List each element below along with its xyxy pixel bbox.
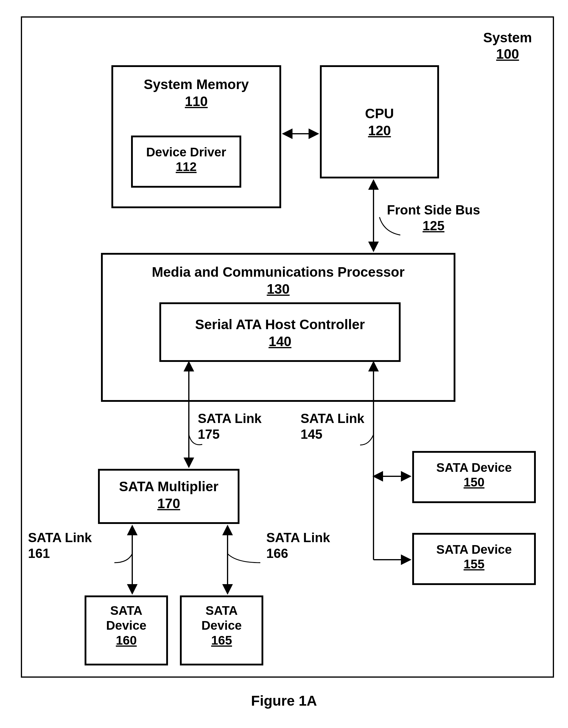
system-memory-label: System Memory <box>144 76 249 93</box>
sata-device-150-box: SATA Device 150 <box>412 451 536 503</box>
sata-multiplier-box: SATA Multiplier 170 <box>98 469 239 524</box>
mcp-box: Media and Communications Processor 130 S… <box>101 253 455 402</box>
sata-link-145-label: SATA Link 145 <box>301 411 364 442</box>
sata-link-166-text: SATA Link <box>266 530 330 545</box>
cpu-box: CPU 120 <box>320 65 439 178</box>
sata-host-box: Serial ATA Host Controller 140 <box>159 302 401 362</box>
sata-multiplier-label: SATA Multiplier <box>119 478 219 495</box>
sata-device-155-num: 155 <box>463 557 484 571</box>
sata-device-150-label: SATA Device <box>436 460 512 475</box>
sata-device-165-box: SATADevice 165 <box>180 595 263 665</box>
device-driver-num: 112 <box>176 160 197 174</box>
sata-link-175-num: 175 <box>198 427 262 442</box>
sata-multiplier-num: 170 <box>157 495 180 511</box>
sata-device-165-num: 165 <box>211 633 232 648</box>
sata-link-175-label: SATA Link 175 <box>198 411 262 442</box>
sata-link-175-text: SATA Link <box>198 411 262 426</box>
front-side-bus-label: Front Side Bus 125 <box>387 202 480 234</box>
figure-caption: Figure 1A <box>0 693 568 709</box>
sata-device-160-box: SATADevice 160 <box>85 595 168 665</box>
cpu-num: 120 <box>368 122 391 139</box>
sata-link-145-text: SATA Link <box>301 411 364 426</box>
sata-host-num: 140 <box>269 333 292 349</box>
system-label: System <box>483 30 532 45</box>
sata-host-label: Serial ATA Host Controller <box>195 316 365 333</box>
system-num: 100 <box>483 46 532 62</box>
sata-device-160-num: 160 <box>116 633 137 648</box>
device-driver-box: Device Driver 112 <box>131 136 241 188</box>
diagram-frame: System 100 System Memory 110 Device Driv… <box>21 16 554 678</box>
sata-link-166-label: SATA Link 166 <box>266 530 330 561</box>
device-driver-label: Device Driver <box>146 145 226 160</box>
system-memory-box: System Memory 110 Device Driver 112 <box>111 65 281 208</box>
fsb-text: Front Side Bus <box>387 203 480 217</box>
system-memory-num: 110 <box>185 93 208 109</box>
system-title: System 100 <box>483 29 532 62</box>
sata-link-145-num: 145 <box>301 427 364 442</box>
sata-link-161-label: SATA Link 161 <box>28 530 92 561</box>
sata-link-161-num: 161 <box>28 546 92 561</box>
mcp-num: 130 <box>267 281 290 297</box>
fsb-num: 125 <box>387 218 480 234</box>
sata-device-165-label: SATADevice <box>201 603 242 633</box>
cpu-label: CPU <box>365 105 394 122</box>
sata-link-166-num: 166 <box>266 546 330 561</box>
sata-device-150-num: 150 <box>463 475 484 489</box>
mcp-label: Media and Communications Processor <box>152 264 405 281</box>
sata-device-155-box: SATA Device 155 <box>412 533 536 585</box>
sata-device-155-label: SATA Device <box>436 542 512 557</box>
sata-device-160-label: SATADevice <box>106 603 146 633</box>
sata-link-161-text: SATA Link <box>28 530 92 545</box>
